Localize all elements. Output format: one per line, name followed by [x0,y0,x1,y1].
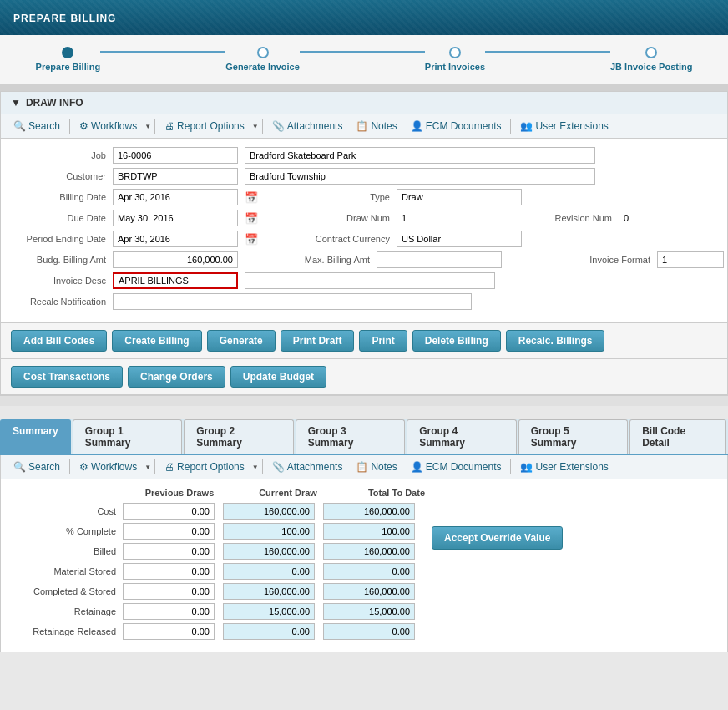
collapse-icon[interactable]: ▼ [11,97,21,109]
due-date-input[interactable] [113,210,238,226]
wizard-step-prepare[interactable]: Prepare Billing [36,47,101,72]
summary-workflows-button[interactable]: ⚙ Workflows [73,459,143,475]
summary-notes-button[interactable]: 📋 Notes [350,459,402,475]
paperclip-icon: 📎 [272,120,285,132]
summary-user-ext-button[interactable]: 👥 User Extensions [514,459,614,475]
workflows-arrow[interactable]: ▼ [144,123,151,130]
print-button[interactable]: Print [359,330,407,352]
summary-ecm-button[interactable]: 👤 ECM Documents [405,459,508,475]
billing-date-input[interactable] [113,189,238,205]
completed-total-input[interactable] [323,583,415,600]
summary-rows: Cost % Complete [14,503,415,643]
material-stored-label: Material Stored [14,566,123,576]
retainage-released-total-input[interactable] [323,623,415,640]
summary-report-arrow[interactable]: ▼ [252,464,259,471]
retainage-prev-input[interactable] [123,603,215,620]
retainage-released-curr-input[interactable] [223,623,315,640]
delete-billing-button[interactable]: Delete Billing [412,330,501,352]
tab-group1-summary[interactable]: Group 1 Summary [73,419,182,454]
summary-report-options-button[interactable]: 🖨 Report Options [159,459,250,475]
tab-group3-summary[interactable]: Group 3 Summary [296,419,405,454]
pct-prev-input[interactable] [123,523,215,540]
retainage-total-input[interactable] [323,603,415,620]
contract-currency-input[interactable] [397,231,522,247]
update-budget-button[interactable]: Update Budget [230,366,326,388]
job-row: Job [14,147,714,164]
page-title: PREPARE BILLING [13,13,116,24]
billed-total-input[interactable] [323,543,415,560]
cost-label: Cost [14,506,123,516]
recalc-billings-button[interactable]: Recalc. Billings [506,330,605,352]
material-prev-input[interactable] [123,563,215,580]
print-draft-button[interactable]: Print Draft [281,330,355,352]
recalc-input[interactable] [113,293,472,310]
tab-group2-summary[interactable]: Group 2 Summary [184,419,293,454]
pct-curr-input[interactable] [223,523,315,540]
summary-search-button[interactable]: 🔍 Search [8,459,66,475]
search-button[interactable]: 🔍 Search [8,118,66,134]
attachments-button[interactable]: 📎 Attachments [266,118,349,134]
period-ending-cal-icon[interactable]: 📅 [245,233,258,246]
generate-button[interactable]: Generate [207,330,276,352]
wizard-step-posting[interactable]: JB Invoice Posting [610,47,692,72]
pct-total-input[interactable] [323,523,415,540]
job-name-input[interactable] [245,147,595,164]
ecm-documents-button[interactable]: 👤 ECM Documents [405,118,508,134]
workflows-button[interactable]: ⚙ Workflows [73,118,143,134]
completed-prev-input[interactable] [123,583,215,600]
wizard-line-1 [100,51,225,53]
material-curr-input[interactable] [223,563,315,580]
create-billing-button[interactable]: Create Billing [112,330,201,352]
user-ext-icon: 👥 [520,120,533,132]
cost-curr-input[interactable] [223,503,315,520]
accept-override-button[interactable]: Accept Override Value [432,526,563,550]
wizard-step-generate[interactable]: Generate Invoice [225,47,300,72]
due-date-cal-icon[interactable]: 📅 [245,212,258,225]
period-ending-input[interactable] [113,231,238,247]
completed-curr-input[interactable] [223,583,315,600]
cost-total-input[interactable] [323,503,415,520]
invoice-format-input[interactable] [657,251,724,268]
invoice-desc-input[interactable] [113,272,238,289]
draw-num-input[interactable] [397,210,463,226]
tab-group5-summary[interactable]: Group 5 Summary [518,419,628,454]
tab-bill-code-detail[interactable]: Bill Code Detail [629,419,726,454]
toolbar-sep-2 [154,119,155,134]
pct-complete-row: % Complete [14,523,415,540]
retainage-row: Retainage [14,603,415,620]
tab-summary[interactable]: Summary [0,419,71,454]
cost-prev-input[interactable] [123,503,215,520]
col-header-prev: Previous Draws [129,488,230,498]
budg-billing-label: Budg. Billing Amt [14,255,106,265]
summary-attachments-button[interactable]: 📎 Attachments [266,459,349,475]
workflows-icon: ⚙ [79,120,88,132]
add-bill-codes-button[interactable]: Add Bill Codes [11,330,107,352]
invoice-desc-extra-input[interactable] [245,272,495,289]
max-billing-input[interactable] [377,251,502,268]
revision-num-input[interactable] [619,210,685,226]
job-input[interactable] [113,147,238,164]
completed-inputs [123,583,415,600]
material-total-input[interactable] [323,563,415,580]
customer-name-input[interactable] [245,168,595,185]
report-arrow[interactable]: ▼ [252,123,259,130]
user-extensions-button[interactable]: 👥 User Extensions [514,118,614,134]
notes-button[interactable]: 📋 Notes [350,118,402,134]
retainage-curr-input[interactable] [223,603,315,620]
printer-icon: 🖨 [164,120,174,132]
billed-curr-input[interactable] [223,543,315,560]
wizard-step-print[interactable]: Print Invoices [425,47,485,72]
retainage-released-prev-input[interactable] [123,623,215,640]
billing-date-cal-icon[interactable]: 📅 [245,191,258,204]
report-options-button[interactable]: 🖨 Report Options [159,118,250,134]
summary-workflows-arrow[interactable]: ▼ [144,464,151,471]
change-orders-button[interactable]: Change Orders [128,366,225,388]
summary-paperclip-icon: 📎 [272,461,285,473]
customer-input[interactable] [113,168,238,185]
tab-group4-summary[interactable]: Group 4 Summary [407,419,516,454]
type-input[interactable] [397,189,522,205]
draw-info-toolbar: 🔍 Search ⚙ Workflows ▼ 🖨 Report Options … [1,114,727,139]
budg-billing-input[interactable] [113,251,238,268]
billed-prev-input[interactable] [123,543,215,560]
cost-transactions-button[interactable]: Cost Transactions [11,366,123,388]
